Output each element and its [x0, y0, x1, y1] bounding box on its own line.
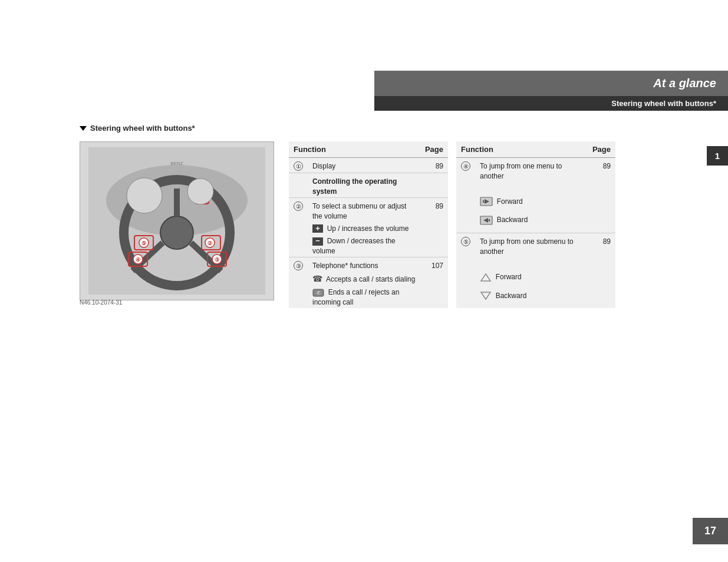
- table-row: Backward: [456, 214, 615, 233]
- row-function: Forward: [475, 271, 588, 290]
- triangle-up-icon: [480, 273, 492, 282]
- svg-point-22: [127, 178, 162, 213]
- at-a-glance-title: At a glance: [653, 77, 716, 90]
- row-page: 89: [588, 158, 615, 196]
- svg-text:✆: ✆: [317, 290, 321, 296]
- at-a-glance-bar: At a glance: [374, 71, 728, 96]
- table-row: ④ To jump from one menu to another 89: [456, 158, 615, 196]
- row-function: Backward: [475, 214, 588, 233]
- svg-marker-34: [481, 292, 490, 299]
- svg-text:②: ②: [207, 240, 212, 246]
- row-num: ③: [289, 257, 308, 272]
- row-page: 89: [420, 198, 448, 223]
- phone-end-icon: ✆: [312, 289, 324, 297]
- row-function: Display: [308, 158, 420, 173]
- row-page: 107: [420, 257, 448, 272]
- table-row: ☎ Accepts a call / starts dialing: [289, 272, 448, 286]
- section-heading: Steering wheel with buttons*: [80, 124, 195, 133]
- row-function: Controlling the operating system: [308, 173, 420, 198]
- row-function: Forward: [475, 196, 588, 214]
- table-row: ✆ Ends a call / rejects an incoming call: [289, 286, 448, 309]
- forward-square-icon: [480, 197, 493, 206]
- page-number-top-badge: 1: [707, 146, 728, 166]
- image-caption: N46.10-2074-31: [80, 299, 122, 306]
- row-function: Telephone* functions: [308, 257, 420, 272]
- row-page: 89: [420, 158, 448, 173]
- row-function: ✆ Ends a call / rejects an incoming call: [308, 286, 420, 309]
- svg-text:⑤: ⑤: [141, 240, 146, 246]
- svg-rect-32: [489, 219, 490, 222]
- tables-area: Function Page ① Display 89 Controlling t…: [289, 141, 615, 308]
- triangle-down-icon: [80, 126, 87, 131]
- svg-text:BENZ: BENZ: [170, 161, 183, 166]
- row-num: [289, 173, 308, 198]
- row-page: [420, 173, 448, 198]
- subtitle-bar: Steering wheel with buttons*: [374, 96, 728, 111]
- backward-square-icon: [480, 216, 493, 225]
- minus-icon: −: [312, 237, 323, 246]
- table-row: + Up / increases the volume: [289, 223, 448, 235]
- phone-accept-icon: ☎: [312, 273, 322, 285]
- table-row: ② To select a submenu or adjust the volu…: [289, 198, 448, 223]
- row-num: ④: [456, 158, 475, 196]
- table-row: ① Display 89: [289, 158, 448, 173]
- svg-marker-33: [481, 274, 490, 281]
- row-num: ①: [289, 158, 308, 173]
- row-page: 89: [588, 233, 615, 271]
- left-table-page-header: Page: [420, 141, 448, 158]
- left-table: Function Page ① Display 89 Controlling t…: [289, 141, 448, 308]
- row-function: To jump from one submenu to another: [475, 233, 588, 271]
- table-row: Backward: [456, 290, 615, 309]
- row-num: ②: [289, 198, 308, 223]
- triangle-down-icon: [480, 291, 492, 300]
- table-row: Forward: [456, 196, 615, 214]
- svg-point-3: [160, 216, 193, 249]
- header-area: At a glance Steering wheel with buttons*: [374, 71, 728, 111]
- row-num: ⑤: [456, 233, 475, 271]
- row-function: To select a submenu or adjust the volume: [308, 198, 420, 223]
- subtitle-text: Steering wheel with buttons*: [611, 99, 716, 108]
- steering-wheel-image: ① ⑤ ② ④ ③ BENZ: [80, 141, 274, 300]
- row-function: + Up / increases the volume: [308, 223, 420, 235]
- table-row: Forward: [456, 271, 615, 290]
- section-heading-text: Steering wheel with buttons*: [90, 124, 195, 133]
- right-table-function-header: Function: [456, 141, 588, 158]
- row-function: ☎ Accepts a call / starts dialing: [308, 272, 420, 286]
- page-number-bottom-badge: 17: [693, 518, 728, 544]
- table-row: ⑤ To jump from one submenu to another 89: [456, 233, 615, 271]
- right-table: Function Page ④ To jump from one menu to…: [456, 141, 615, 308]
- row-function: To jump from one menu to another: [475, 158, 588, 196]
- plus-icon: +: [312, 224, 323, 233]
- svg-text:④: ④: [136, 257, 140, 263]
- right-table-page-header: Page: [588, 141, 615, 158]
- table-row: − Down / decreases the volume: [289, 235, 448, 257]
- row-function: − Down / decreases the volume: [308, 235, 420, 257]
- table-row: Controlling the operating system: [289, 173, 448, 198]
- row-function: Backward: [475, 290, 588, 309]
- left-table-function-header: Function: [289, 141, 420, 158]
- steering-wheel-svg: ① ⑤ ② ④ ③ BENZ: [88, 147, 265, 295]
- svg-text:③: ③: [215, 257, 219, 263]
- svg-point-23: [187, 178, 213, 204]
- table-row: ③ Telephone* functions 107: [289, 257, 448, 272]
- svg-rect-29: [483, 200, 484, 203]
